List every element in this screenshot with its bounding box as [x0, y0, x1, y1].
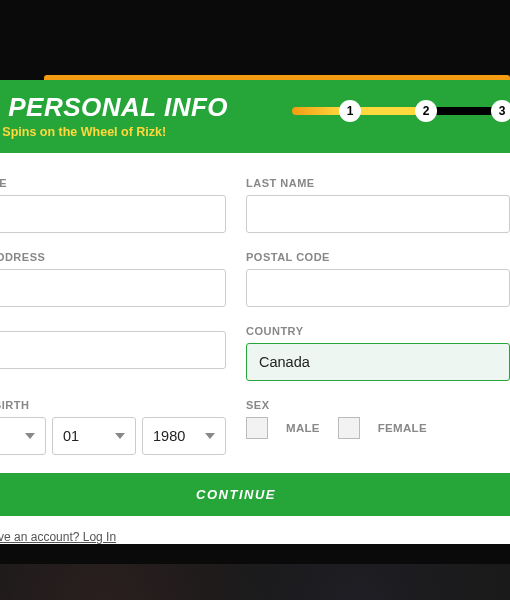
country-select[interactable]: Canada: [246, 343, 510, 381]
continue-button[interactable]: CONTINUE: [0, 473, 510, 516]
street-address-label: EET ADDRESS: [0, 251, 226, 263]
country-value: Canada: [259, 354, 310, 370]
last-name-input[interactable]: [246, 195, 510, 233]
dob-month-select[interactable]: 01: [52, 417, 136, 455]
male-label: MALE: [286, 422, 320, 434]
male-checkbox[interactable]: [246, 417, 268, 439]
dob-year-value: 1980: [153, 428, 185, 444]
female-label: FEMALE: [378, 422, 427, 434]
country-label: COUNTRY: [246, 325, 510, 337]
bottom-background: [0, 564, 510, 600]
step-3-dot[interactable]: 3: [491, 100, 510, 122]
street-address-input[interactable]: [0, 269, 226, 307]
chevron-down-icon: [25, 433, 35, 439]
last-name-label: LAST NAME: [246, 177, 510, 189]
first-name-input[interactable]: [0, 195, 226, 233]
female-checkbox[interactable]: [338, 417, 360, 439]
step-1-dot[interactable]: 1: [339, 100, 361, 122]
sex-label: SEX: [246, 399, 510, 411]
step-2-dot[interactable]: 2: [415, 100, 437, 122]
dob-day-select[interactable]: 1: [0, 417, 46, 455]
dob-month-value: 01: [63, 428, 79, 444]
form-body: T NAME LAST NAME EET ADDRESS POSTAL CODE…: [0, 153, 510, 544]
page-subtitle: 0 Free Spins on the Wheel of Rizk!: [0, 125, 510, 139]
chevron-down-icon: [115, 433, 125, 439]
city-input[interactable]: [0, 331, 226, 369]
progress-segment-1: [292, 107, 342, 115]
progress-segment-3: [434, 107, 494, 115]
login-link[interactable]: ady have an account? Log In: [0, 530, 510, 544]
dob-label: E OF BIRTH: [0, 399, 226, 411]
progress-segment-2: [358, 107, 418, 115]
postal-code-label: POSTAL CODE: [246, 251, 510, 263]
dob-year-select[interactable]: 1980: [142, 417, 226, 455]
chevron-down-icon: [205, 433, 215, 439]
step-progress: 1 2 3: [292, 100, 510, 122]
first-name-label: T NAME: [0, 177, 226, 189]
form-header: UR PERSONAL INFO 0 Free Spins on the Whe…: [0, 80, 510, 153]
top-background: [0, 0, 510, 80]
postal-code-input[interactable]: [246, 269, 510, 307]
